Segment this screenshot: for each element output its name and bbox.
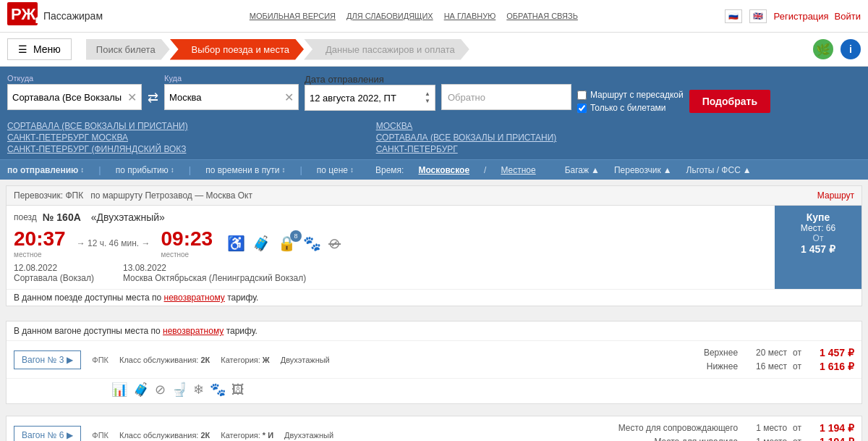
suggestion-col-from: СОРТАВАЛА (ВСЕ ВОКЗАЛЫ И ПРИСТАНИ) САНКТ… [7,120,188,155]
swap-button[interactable]: ⇄ [148,90,158,106]
flag-ru-icon[interactable]: 🇷🇺 [725,9,742,23]
sort-price-label: по цене [317,165,348,175]
sort-depart-arrow: ↕ [80,166,84,174]
depart-station: Сортавала (Вокзал) [14,273,94,283]
wheelchair-icon: ♿ [227,235,245,252]
duration: → 12 ч. 46 мин. → [66,238,161,248]
suggestion-from-3[interactable]: САНКТ-ПЕТЕРБУРГ (ФИНЛЯНДСКИЙ ВОКЗ [7,143,188,155]
time-moscow[interactable]: Московское [418,165,469,175]
sort-duration-arrow: ↕ [281,166,285,174]
from-label: Откуда [7,74,142,83]
tickets-label: Только с билетами [590,103,666,113]
route-link[interactable]: Маршрут [817,190,854,201]
price-count-1-1: 1 место [744,437,787,441]
benefits-filter[interactable]: Льготы / ФСС ▲ [686,165,752,175]
train-body: поезд № 160А «Двухэтажный» 20:37 местное… [7,206,861,289]
date-input[interactable] [310,93,422,104]
flag-en-icon[interactable]: 🇬🇧 [749,9,767,23]
wagon-button-1[interactable]: Вагон № 6 ▶ [14,426,81,442]
transfer-option[interactable]: Маршрут с пересадкой [577,90,684,100]
tickets-option[interactable]: Только с билетами [577,103,684,113]
leaf-icon[interactable]: 🌿 [813,39,833,59]
kupe-from-label: От [813,233,824,243]
accessibility-link[interactable]: ДЛЯ СЛАБОВИДЯЩИХ [346,12,433,20]
from-input-wrap: ✕ [7,84,142,110]
wagon-notice-link-0[interactable]: невозвратному [163,326,224,336]
notice-link[interactable]: невозвратному [164,293,225,303]
depart-info: 12.08.2022 Сортавала (Вокзал) [14,263,94,283]
section-sep [0,312,868,318]
filter-sep1: | [98,164,101,175]
from-input[interactable] [12,92,124,103]
baggage-label: Багаж [565,165,589,175]
date-arrows: ▲ ▼ [425,91,430,104]
suggestion-to-1[interactable]: МОСКВА [376,120,557,132]
search-button[interactable]: Подобрать [689,90,770,113]
kupe-seats: Мест: 66 [801,223,835,233]
sort-by-price[interactable]: по цене ↕ [317,165,354,175]
transfer-checkbox[interactable] [577,91,587,100]
rzd-logo-icon: РЖД [7,2,38,30]
wagon-category-0: Категория: Ж [221,356,270,364]
kupe-block: Купе Мест: 66 От 1 457 ₽ [775,206,861,289]
step-search[interactable]: Поиск билета [86,39,170,60]
wagon-category-1: Категория: * И [221,431,273,440]
sort-by-depart[interactable]: по отправлению ↕ [7,165,84,175]
wagon-row-0: Вагон № 3 ▶ ФПК Класс обслуживания: 2К К… [7,341,861,379]
sort-by-duration[interactable]: по времени в пути ↕ [205,165,285,175]
price-count-0-1: 16 мест [744,361,787,371]
info-icon[interactable]: i [841,39,861,59]
sort-by-arrive[interactable]: по прибытию ↕ [116,165,174,175]
wagon-row-1: Вагон № 6 ▶ ФПК Класс обслуживания: 2К К… [7,416,861,441]
suggestion-to-3[interactable]: САНКТ-ПЕТЕРБУРГ [376,143,557,155]
register-link[interactable]: Регистрация [774,11,829,22]
step-select-label: Выбор поезда и места [192,44,289,55]
return-placeholder: Обратно [448,92,485,103]
to-clear-button[interactable]: ✕ [284,91,294,104]
to-field: Куда ✕ [164,74,299,110]
return-label [441,74,571,83]
menu-button[interactable]: ☰ Меню [7,38,72,60]
depart-time: 20:37 [14,227,66,251]
suggestion-to-2[interactable]: СОРТАВАЛА (ВСЕ ВОКЗАЛЫ И ПРИСТАНИ) [376,132,557,143]
kupe-price: 1 457 ₽ [801,243,835,255]
mobile-link[interactable]: МОБИЛЬНАЯ ВЕРСИЯ [250,12,336,20]
time-local[interactable]: Местное [501,165,535,175]
to-input[interactable] [169,92,281,103]
wagon-prices-1: Место для сопровождающего 1 место от 1 1… [593,422,854,441]
wagon-prices-0: Верхнее 20 мест от 1 457 ₽ Нижнее 16 мес… [593,347,854,372]
arrive-label: местное [161,251,213,259]
price-row-1-0: Место для сопровождающего 1 место от 1 1… [593,422,854,434]
filter-sep3: | [299,164,302,175]
carrier-filter[interactable]: Перевозчик ▲ [614,165,672,175]
home-link[interactable]: НА ГЛАВНУЮ [444,12,496,20]
step-select[interactable]: Выбор поезда и места [170,39,304,60]
wagon-button-0[interactable]: Вагон № 3 ▶ [14,350,81,369]
train-number: № 160А [43,211,81,223]
tickets-checkbox[interactable] [577,104,587,113]
wagon-notice-suffix-0: тарифу. [226,326,258,336]
price-label-1-0: Место для сопровождающего [593,423,738,433]
auth-links: Регистрация Войти [774,11,861,22]
suggestion-from-2[interactable]: САНКТ-ПЕТЕРБУРГ МОСКВА [7,132,188,143]
return-input-wrap[interactable]: Обратно [441,84,571,110]
baggage-filter[interactable]: Багаж ▲ [565,165,600,175]
sort-duration-label: по времени в пути [205,165,279,175]
date-down-arrow[interactable]: ▼ [425,98,430,105]
login-link[interactable]: Войти [835,11,861,22]
breadcrumb-steps: Поиск билета Выбор поезда и места Данные… [86,39,469,60]
bed-icon: 🖼 [231,382,244,398]
date-up-arrow[interactable]: ▲ [425,91,430,98]
step-payment[interactable]: Данные пассажиров и оплата [304,39,469,60]
arrive-station: Москва Октябрьская (Ленинградский Вокзал… [123,273,306,283]
filter-sep2: | [189,164,191,175]
suggestion-from-1[interactable]: СОРТАВАЛА (ВСЕ ВОКЗАЛЫ И ПРИСТАНИ) [7,120,188,132]
to-input-wrap: ✕ [164,84,299,110]
wagon-section-1: Вагон № 6 ▶ ФПК Класс обслуживания: 2К К… [6,416,862,441]
logo: РЖД Пассажирам [7,2,103,30]
breadcrumb-nav: ☰ Меню Поиск билета Выбор поезда и места… [0,33,868,67]
filter-bar: по отправлению ↕ | по прибытию ↕ | по вр… [0,159,868,180]
feedback-link[interactable]: ОБРАТНАЯ СВЯЗЬ [506,12,578,20]
notice-text: В данном поезде доступны места по [14,293,161,303]
from-clear-button[interactable]: ✕ [127,91,137,104]
